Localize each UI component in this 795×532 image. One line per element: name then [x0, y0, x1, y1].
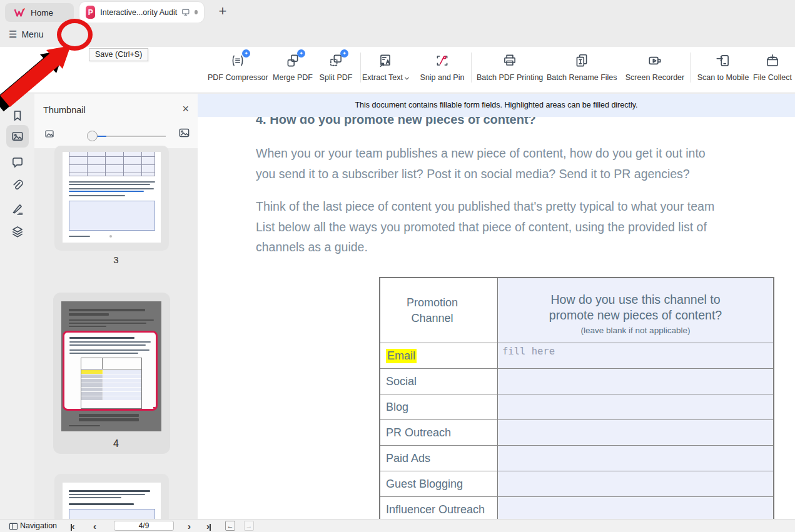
- table-row-influencer-outreach: Influencer Outreach: [380, 496, 773, 519]
- tool-label: Merge PDF: [268, 73, 318, 82]
- col-header-promotion-channel: Promotion Channel: [380, 278, 498, 343]
- document-tab[interactable]: P Interactive...ority Audit: [79, 2, 204, 23]
- layers-panel-icon[interactable]: [11, 224, 24, 238]
- channel-label: Influencer Outreach: [380, 497, 498, 519]
- channel-label: Guest Blogging: [380, 471, 498, 496]
- tool-label: Batch PDF Printing: [477, 73, 543, 82]
- divider: [471, 53, 472, 83]
- tool-label: Scan to Mobile: [694, 73, 752, 82]
- table-row-pr-outreach: PR Outreach: [380, 419, 773, 445]
- channel-label: Social: [380, 369, 498, 394]
- page-4-viewport-indicator[interactable]: [63, 331, 158, 411]
- comment-panel-icon[interactable]: [11, 156, 24, 169]
- form-field-influencer-outreach[interactable]: [498, 497, 773, 519]
- pdf-compressor-button[interactable]: ✦ PDF Compressor: [208, 53, 268, 82]
- split-pdf-button[interactable]: ✦ Split PDF: [314, 53, 358, 82]
- table-row-social: Social: [380, 368, 773, 394]
- tutorial-circle-annotation: [57, 19, 93, 51]
- tool-label: File Collect: [749, 73, 795, 82]
- batch-pdf-printing-button[interactable]: Batch PDF Printing: [477, 53, 543, 82]
- form-field-social[interactable]: [498, 369, 773, 394]
- divider: [690, 53, 691, 83]
- form-field-blog[interactable]: [498, 394, 773, 419]
- close-icon[interactable]: ×: [182, 103, 189, 116]
- page-4-label: 4: [34, 438, 198, 449]
- first-page-button[interactable]: ‹: [71, 522, 75, 531]
- form-field-email[interactable]: fill here: [498, 343, 773, 368]
- table-row-paid-ads: Paid Ads: [380, 445, 773, 471]
- thumbnail-zoom-out-icon[interactable]: [44, 129, 54, 139]
- thumbnail-list: 3: [34, 148, 198, 519]
- extract-text-button[interactable]: Extract Text: [357, 53, 414, 82]
- scan-to-mobile-button[interactable]: Scan to Mobile: [694, 53, 752, 82]
- home-tab[interactable]: Home: [5, 3, 74, 22]
- thumbnail-panel-icon[interactable]: [6, 125, 29, 148]
- page-indicator-input[interactable]: 4/9: [114, 521, 174, 531]
- pro-badge-icon: ✦: [297, 49, 305, 58]
- batch-pdf-printing-icon: [502, 53, 518, 69]
- pdf-document-page: 4. How do you promote new pieces of cont…: [198, 117, 795, 519]
- col-header-channel-usage: How do you use this channel to promote n…: [498, 278, 773, 343]
- channel-label: PR Outreach: [380, 420, 498, 445]
- thumbnail-size-slider[interactable]: [93, 136, 166, 137]
- tool-label: PDF Compressor: [208, 73, 268, 82]
- thumbnail-zoom-in-icon[interactable]: [178, 127, 190, 139]
- signature-panel-icon[interactable]: [11, 202, 24, 216]
- file-collect-button[interactable]: File Collect: [749, 53, 795, 82]
- wondershare-logo-icon: [14, 8, 26, 18]
- file-collect-icon: [764, 53, 781, 69]
- next-page-button[interactable]: ›: [188, 522, 191, 531]
- navigation-label: Navigation: [20, 521, 57, 530]
- pro-badge-icon: ✦: [242, 49, 250, 58]
- status-bar: Navigation ‹ ‹ 4/9 › › ← →: [0, 519, 795, 532]
- screen-recorder-icon: [647, 53, 663, 69]
- merge-pdf-button[interactable]: ✦ Merge PDF: [268, 53, 318, 82]
- form-field-guest-blogging[interactable]: [498, 471, 773, 496]
- attachment-panel-icon[interactable]: [11, 179, 24, 193]
- next-view-button[interactable]: →: [244, 521, 254, 531]
- page-3-label: 3: [34, 254, 198, 265]
- thumbnail-size-slider-thumb[interactable]: [87, 131, 98, 141]
- tab-bar: Home P Interactive...ority Audit +: [0, 0, 795, 23]
- monitor-icon: [182, 8, 190, 17]
- save-tooltip: Save (Ctrl+S): [89, 48, 148, 61]
- document-tab-title: Interactive...ority Audit: [100, 8, 177, 17]
- new-tab-button[interactable]: +: [215, 3, 230, 19]
- form-field-pr-outreach[interactable]: [498, 420, 773, 445]
- page-3-thumbnail[interactable]: [54, 146, 169, 251]
- document-paragraph: When you or your team publishes a new pi…: [256, 143, 706, 184]
- form-field-paid-ads[interactable]: [498, 446, 773, 471]
- table-row-blog: Blog: [380, 394, 773, 419]
- pdf-file-icon: P: [86, 6, 95, 19]
- form-fields-notification: This document contains fillable form fie…: [198, 94, 795, 117]
- previous-page-button[interactable]: ‹: [93, 522, 96, 531]
- batch-rename-files-button[interactable]: Batch Rename Files: [547, 53, 617, 82]
- document-paragraph: Think of the last piece of content you p…: [256, 196, 714, 258]
- page-4-thumbnail[interactable]: [53, 293, 170, 454]
- table-row-email: Email fill here: [380, 343, 773, 368]
- table-header-row: Promotion Channel How do you use this ch…: [380, 278, 773, 343]
- form-field-value: fill here: [502, 346, 555, 357]
- channel-label: Email: [386, 349, 417, 363]
- previous-view-button[interactable]: ←: [225, 521, 235, 531]
- snip-and-pin-button[interactable]: Snip and Pin: [417, 53, 468, 82]
- document-heading: 4. How do you promote new pieces of cont…: [256, 117, 536, 127]
- page-5-thumbnail[interactable]: [54, 474, 169, 519]
- last-page-button[interactable]: ›: [206, 522, 211, 531]
- batch-rename-files-icon: [574, 53, 590, 69]
- tool-label: Screen Recorder: [624, 73, 686, 82]
- viewport-resize-handle[interactable]: [153, 407, 158, 411]
- promotion-channel-table: Promotion Channel How do you use this ch…: [379, 277, 774, 519]
- home-tab-label: Home: [31, 8, 53, 18]
- thumbnail-panel: Thumbnail × 3: [34, 94, 198, 519]
- tool-label: Split PDF: [314, 73, 358, 82]
- sidebar-icon-strip: [0, 94, 34, 519]
- snip-and-pin-icon: [434, 53, 450, 69]
- menu-bar: ☰ Menu Home Edit Comment Convert Page Fi…: [0, 23, 795, 47]
- tool-label: Batch Rename Files: [547, 73, 617, 82]
- table-row-guest-blogging: Guest Blogging: [380, 471, 773, 496]
- navigation-panel-toggle-icon[interactable]: [9, 523, 18, 530]
- app-window: Home P Interactive...ority Audit + ☰ Men…: [0, 0, 795, 532]
- tool-label: Extract Text: [362, 73, 403, 82]
- screen-recorder-button[interactable]: Screen Recorder: [624, 53, 686, 82]
